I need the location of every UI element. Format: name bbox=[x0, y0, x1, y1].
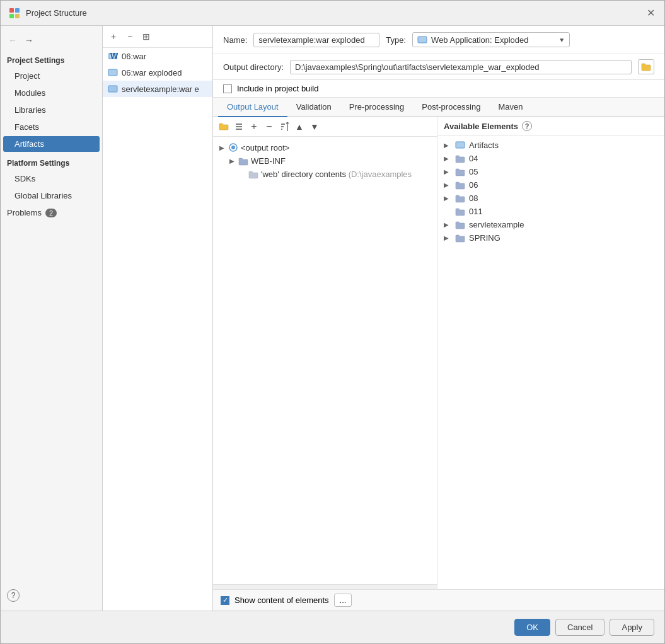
sidebar-item-artifacts[interactable]: Artifacts bbox=[3, 136, 100, 152]
tab-maven[interactable]: Maven bbox=[489, 98, 531, 117]
artifact-toolbar: + − ⊞ bbox=[103, 26, 212, 48]
artifacts-icon bbox=[455, 140, 465, 150]
artifact-item-06war-exploded[interactable]: 06:war exploded bbox=[103, 64, 212, 81]
list-icon bbox=[234, 123, 243, 130]
type-value: Web Application: Exploded bbox=[431, 35, 555, 45]
output-root-label: <output root> bbox=[241, 143, 289, 152]
tab-output-layout[interactable]: Output Layout bbox=[218, 98, 287, 117]
tree-remove-button[interactable]: − bbox=[262, 120, 276, 134]
available-help-icon[interactable]: ? bbox=[522, 121, 532, 131]
output-dir-label: Output directory: bbox=[223, 62, 284, 72]
horizontal-scrollbar[interactable] bbox=[213, 584, 437, 589]
tree-item-web-inf[interactable]: ▶ WEB-INF bbox=[213, 154, 437, 168]
08-folder-icon bbox=[455, 194, 465, 203]
artifact-list-panel: + − ⊞ WAR 06:war bbox=[103, 26, 213, 611]
tree-add-button[interactable]: + bbox=[247, 120, 261, 134]
sidebar-item-libraries[interactable]: Libraries bbox=[3, 102, 100, 118]
web-inf-folder-icon bbox=[238, 157, 248, 166]
tabs-row: Output Layout Validation Pre-processing … bbox=[213, 98, 664, 117]
avail-item-artifacts[interactable]: ▶ Artifacts bbox=[437, 138, 664, 152]
tab-pre-processing[interactable]: Pre-processing bbox=[340, 98, 413, 117]
move-up-button[interactable]: ▲ bbox=[292, 120, 306, 134]
output-dir-input[interactable] bbox=[290, 60, 632, 74]
tab-validation[interactable]: Validation bbox=[287, 98, 340, 117]
avail-item-spring[interactable]: ▶ SPRING bbox=[437, 231, 664, 244]
name-input[interactable] bbox=[253, 33, 379, 47]
avail-item-04[interactable]: ▶ 04 bbox=[437, 152, 664, 165]
011-folder-icon bbox=[455, 207, 465, 216]
artifact-item-06war[interactable]: WAR 06:war bbox=[103, 48, 212, 64]
name-label: Name: bbox=[223, 35, 247, 45]
web-dir-folder-icon bbox=[248, 170, 258, 179]
avail-item-06[interactable]: ▶ 06 bbox=[437, 178, 664, 192]
sidebar-item-global-libraries[interactable]: Global Libraries bbox=[3, 188, 100, 204]
add-artifact-button[interactable]: + bbox=[107, 30, 120, 43]
06-arrow-icon: ▶ bbox=[444, 181, 451, 188]
show-content-checkbox[interactable]: ✓ bbox=[221, 596, 229, 605]
tree-folder-button[interactable] bbox=[217, 120, 231, 134]
type-select[interactable]: Web Application: Exploded ▼ bbox=[412, 32, 570, 47]
avail-item-011[interactable]: 011 bbox=[437, 205, 664, 218]
platform-settings-label: Platform Settings bbox=[1, 152, 102, 170]
show-content-label: Show content of elements bbox=[234, 595, 329, 605]
ok-button[interactable]: OK bbox=[514, 619, 550, 636]
sidebar-item-project[interactable]: Project bbox=[3, 68, 100, 84]
avail-item-05[interactable]: ▶ 05 bbox=[437, 165, 664, 178]
svg-point-21 bbox=[231, 146, 235, 149]
tree-item-web-dir[interactable]: 'web' directory contents (D:\javaexample… bbox=[213, 168, 437, 181]
apply-button[interactable]: Apply bbox=[610, 619, 654, 636]
back-button[interactable]: ← bbox=[6, 33, 20, 47]
sidebar-item-facets[interactable]: Facets bbox=[3, 119, 100, 135]
avail-item-08[interactable]: ▶ 08 bbox=[437, 192, 664, 205]
app-icon bbox=[8, 7, 21, 20]
output-root-icon bbox=[228, 142, 238, 152]
tab-post-processing[interactable]: Post-processing bbox=[413, 98, 489, 117]
web-dir-label: 'web' directory contents (D:\javaexample… bbox=[261, 170, 412, 179]
sidebar-item-sdks[interactable]: SDKs bbox=[3, 171, 100, 187]
tree-sort-button[interactable] bbox=[277, 120, 291, 134]
spring-arrow-icon: ▶ bbox=[444, 234, 451, 241]
web-inf-label: WEB-INF bbox=[251, 156, 286, 166]
remove-artifact-button[interactable]: − bbox=[123, 30, 137, 43]
avail-06-label: 06 bbox=[469, 180, 478, 190]
more-options-button[interactable]: ... bbox=[334, 594, 352, 607]
output-dir-row: Output directory: bbox=[213, 54, 664, 80]
copy-artifact-button[interactable]: ⊞ bbox=[139, 30, 153, 43]
browse-folder-button[interactable] bbox=[638, 59, 654, 74]
svg-rect-11 bbox=[418, 37, 427, 43]
folder-icon bbox=[219, 122, 229, 131]
artifact-list: WAR 06:war 06:war exploded bbox=[103, 48, 212, 611]
artifact-header: Name: Type: Web Application: Exploded ▼ bbox=[213, 26, 664, 54]
main-content: ← → Project Settings Project Modules Lib… bbox=[1, 26, 664, 611]
problems-item[interactable]: Problems 2 bbox=[1, 204, 102, 221]
bottom-bar: ✓ Show content of elements ... bbox=[213, 589, 664, 611]
war-icon: WAR bbox=[108, 51, 118, 61]
tree-lines-button[interactable] bbox=[232, 120, 246, 134]
tree-item-output-root[interactable]: ▶ <output root> bbox=[213, 141, 437, 154]
svg-rect-22 bbox=[456, 142, 465, 148]
close-button[interactable]: ✕ bbox=[644, 7, 657, 20]
help-circle-icon[interactable]: ? bbox=[7, 589, 20, 602]
main-panel: Name: Type: Web Application: Exploded ▼ … bbox=[213, 26, 664, 611]
sidebar-item-modules[interactable]: Modules bbox=[3, 85, 100, 101]
avail-05-label: 05 bbox=[469, 167, 478, 176]
move-down-button[interactable]: ▼ bbox=[308, 120, 321, 134]
avail-08-label: 08 bbox=[469, 193, 478, 203]
window-title: Project Structure bbox=[26, 8, 644, 18]
forward-button[interactable]: → bbox=[22, 33, 36, 47]
available-content: ▶ Artifacts ▶ bbox=[437, 135, 664, 589]
04-arrow-icon: ▶ bbox=[444, 155, 451, 162]
svg-rect-3 bbox=[15, 14, 20, 18]
avail-04-label: 04 bbox=[469, 154, 478, 163]
include-checkbox[interactable] bbox=[223, 84, 232, 93]
artifact-item-servletexample[interactable]: servletexample:war e bbox=[103, 81, 212, 97]
cancel-button[interactable]: Cancel bbox=[555, 619, 604, 636]
08-arrow-icon: ▶ bbox=[444, 195, 451, 202]
available-header: Available Elements ? bbox=[437, 117, 664, 135]
svg-rect-9 bbox=[108, 86, 117, 92]
sidebar: ← → Project Settings Project Modules Lib… bbox=[1, 26, 103, 611]
folder-open-icon bbox=[641, 62, 651, 71]
avail-item-servletexample[interactable]: ▶ servletexample bbox=[437, 218, 664, 231]
help-button-area: ? bbox=[1, 585, 102, 606]
servlet-war-exploded-icon bbox=[108, 84, 118, 94]
